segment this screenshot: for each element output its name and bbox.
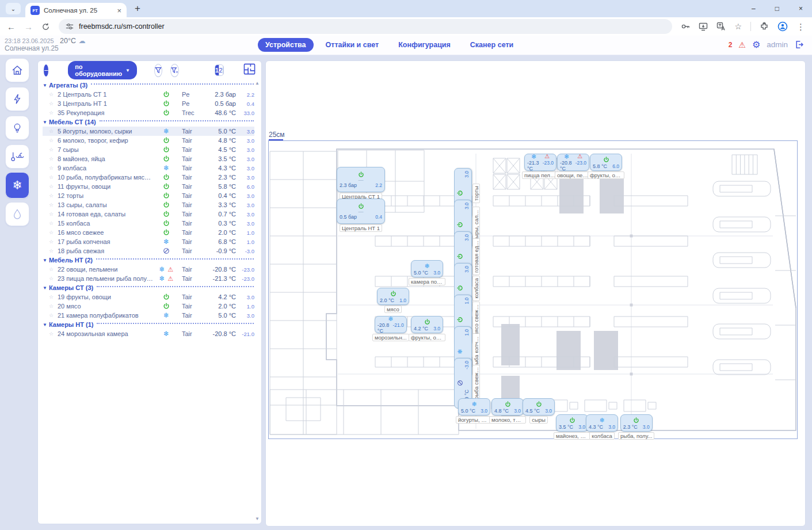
favorite-star-icon[interactable]: ☆ xyxy=(49,202,58,208)
plan-device-badge[interactable]: 2.0 °C1.0мясо xyxy=(377,288,409,313)
favorite-star-icon[interactable]: ☆ xyxy=(49,331,58,337)
install-app-icon[interactable] xyxy=(699,22,708,31)
alarm-warning-icon[interactable]: ⚠ xyxy=(738,40,746,49)
group-header[interactable]: ▼Агрегаты (3) xyxy=(43,81,254,90)
sidebar-item-home[interactable] xyxy=(5,58,29,82)
sidebar-item-light[interactable] xyxy=(5,116,29,140)
device-row[interactable]: ☆5 йогурты, молоко, сырки❄Tair5.0 °C3.0 xyxy=(43,127,254,136)
favorite-star-icon[interactable]: ☆ xyxy=(49,276,58,281)
new-tab-button[interactable]: + xyxy=(135,3,140,14)
device-row[interactable]: ☆15 колбасаTair0.3 °C3.0 xyxy=(43,219,254,228)
tab-defrost-light[interactable]: Оттайки и свет xyxy=(318,38,387,52)
username[interactable]: admin xyxy=(767,40,788,49)
device-row[interactable]: ☆9 колбаса❄Tair4.3 °C3.0 xyxy=(43,163,254,173)
profile-avatar[interactable] xyxy=(777,21,788,32)
plan-device-badge[interactable]: —0.5 бар0.4Централь НТ 1 xyxy=(337,199,385,232)
badge-body[interactable]: ❄-20.8 °C-21.0 xyxy=(375,316,407,333)
badge-body[interactable]: 5.8 °C6.0 xyxy=(590,154,622,171)
menu-kebab-icon[interactable]: ⋮ xyxy=(796,22,805,31)
tab-network-scanner[interactable]: Сканер сети xyxy=(463,38,521,52)
favorite-star-icon[interactable]: ☆ xyxy=(49,220,58,226)
plan-view-button[interactable] xyxy=(243,63,256,77)
url-bar[interactable]: freebmsdc.ru/sm-controller xyxy=(59,19,672,34)
favorite-star-icon[interactable]: ☆ xyxy=(49,147,58,152)
badge-body[interactable]: 2.3 °C3.0 xyxy=(620,414,653,432)
badge-body[interactable]: 4.8 °C3.0 xyxy=(491,398,524,415)
badge-body[interactable]: ❄5.0 °C3.0 xyxy=(458,398,490,415)
group-mode-dropdown[interactable]: по оборудованию ▼ xyxy=(68,61,137,79)
badge-body[interactable]: —0.5 бар0.4 xyxy=(337,199,385,224)
favorite-star-icon[interactable]: ☆ xyxy=(49,138,58,143)
favorite-star-icon[interactable]: ☆ xyxy=(49,230,58,235)
badge-body[interactable]: ❄4.3 °C3.0 xyxy=(586,414,618,432)
favorite-star-icon[interactable]: ☆ xyxy=(49,184,58,189)
device-row[interactable]: ☆7 сырыTair4.5 °C3.0 xyxy=(43,145,254,154)
device-row[interactable]: ☆35 РекуперацияTrec48.6 °C33.0 xyxy=(43,108,254,117)
device-row[interactable]: ☆16 мясо свежееTair2.0 °C1.0 xyxy=(43,228,254,237)
plan-device-badge[interactable]: 4.5 °C3.0сыры xyxy=(523,398,555,424)
favorite-star-icon[interactable]: ☆ xyxy=(49,294,58,300)
favorite-star-icon[interactable]: ☆ xyxy=(49,156,58,162)
favorite-star-icon[interactable]: ☆ xyxy=(49,303,58,309)
device-row[interactable]: ☆12 тортыTair0.4 °C3.0 xyxy=(43,191,254,200)
plan-device-badge[interactable]: 4.8 °C3.0молоко, тво... xyxy=(489,398,526,424)
back-button[interactable]: ← xyxy=(7,22,16,31)
window-minimize-button[interactable]: – xyxy=(752,5,756,13)
site-settings-icon[interactable] xyxy=(66,22,74,30)
badge-body[interactable]: 4.2 °C3.0 xyxy=(411,316,443,333)
badge-body[interactable]: ❄⚠-21.3 °C-23.0 xyxy=(524,154,556,171)
forward-button[interactable]: → xyxy=(24,22,33,31)
extensions-puzzle-icon[interactable] xyxy=(760,22,769,31)
favorite-star-icon[interactable]: ☆ xyxy=(49,248,58,254)
favorite-star-icon[interactable]: ☆ xyxy=(49,110,58,116)
device-row[interactable]: ☆24 морозильная камера❄Tair-20.8 °C-21.0 xyxy=(43,329,254,338)
favorite-star-icon[interactable]: ☆ xyxy=(49,174,58,180)
device-row[interactable]: ☆2 Централь СТ 1Pe2.3 бар2.2 xyxy=(43,90,254,99)
favorite-star-icon[interactable]: ☆ xyxy=(49,312,58,318)
group-header[interactable]: ▼Камеры НТ (1) xyxy=(43,320,254,329)
password-key-icon[interactable] xyxy=(681,22,690,31)
badge-body[interactable]: 3.5 °C3.0 xyxy=(556,414,588,432)
sidebar-item-refrigeration[interactable]: ❄ xyxy=(5,172,29,199)
device-row[interactable]: ☆3 Централь НТ 1Pe0.5 бар0.4 xyxy=(43,99,254,108)
favorite-star-icon[interactable]: ☆ xyxy=(49,165,58,171)
group-header[interactable]: ▼Мебель НТ (2) xyxy=(43,256,254,265)
window-close-button[interactable]: × xyxy=(799,5,803,13)
plan-device-badge[interactable]: ❄5.0 °C3.0камера пол... xyxy=(409,260,445,285)
group-header[interactable]: ▼Мебель СТ (14) xyxy=(43,117,254,127)
collapse-all-button[interactable]: − xyxy=(44,64,48,77)
device-row[interactable]: ☆6 молоко, творог, кефирTair4.8 °C3.0 xyxy=(43,136,254,145)
plan-device-badge[interactable]: ❄⚠-21.3 °C-23.0пицца пель... xyxy=(522,154,559,179)
device-row[interactable]: ☆23 пицца пельмени рыба полуфабрика...❄⚠… xyxy=(43,274,254,283)
favorite-star-icon[interactable]: ☆ xyxy=(49,91,58,97)
favorite-star-icon[interactable]: ☆ xyxy=(49,128,58,134)
badge-body[interactable]: 4.5 °C3.0 xyxy=(523,398,555,415)
plan-device-badge[interactable]: ❄-20.8 °C-21.0морозильн... xyxy=(372,316,409,341)
plan-device-badge[interactable]: 2.3 °C3.0рыба, полу... xyxy=(618,414,654,440)
filter-clear-button[interactable] xyxy=(170,64,179,77)
badge-body[interactable]: ❄⚠-20.8 °C-23.0 xyxy=(557,154,589,171)
bookmark-star-icon[interactable]: ☆ xyxy=(734,22,742,30)
sidebar-item-water[interactable] xyxy=(5,202,29,226)
favorite-star-icon[interactable]: ☆ xyxy=(49,211,58,217)
badge-body[interactable]: —2.3 бар2.2 xyxy=(337,167,385,192)
favorite-star-icon[interactable]: ☆ xyxy=(49,193,58,199)
plan-device-badge[interactable]: ❄5.0 °C3.0йогурты, мо... xyxy=(456,398,493,424)
settings-gear-icon[interactable]: ⚙ xyxy=(752,39,760,50)
device-row[interactable]: ☆20 мясоTair2.0 °C1.0 xyxy=(43,302,254,311)
window-maximize-button[interactable]: □ xyxy=(775,5,779,13)
device-row[interactable]: ☆18 рыба свежаяTair-0.9 °C-3.0 xyxy=(43,246,254,256)
logout-icon[interactable] xyxy=(794,40,804,49)
sidebar-item-power[interactable] xyxy=(5,87,29,111)
favorite-star-icon[interactable]: ☆ xyxy=(49,101,58,106)
tab-close-icon[interactable]: × xyxy=(117,6,121,15)
sidebar-item-climate[interactable] xyxy=(5,144,29,169)
group-header[interactable]: ▼Камеры СТ (3) xyxy=(43,283,254,292)
scroll-down-arrow[interactable]: ▼ xyxy=(255,516,260,521)
device-row[interactable]: ☆10 рыба, полуфабрикаты мясныеTair2.3 °C… xyxy=(43,173,254,182)
floorplan-canvas[interactable]: —2.3 бар2.2Централь СТ 1—0.5 бар0.4Центр… xyxy=(268,140,798,439)
favorite-star-icon[interactable]: ☆ xyxy=(49,266,58,272)
device-row[interactable]: ☆13 сыры, салатыTair3.3 °C3.0 xyxy=(43,200,254,209)
badge-body[interactable]: ❄5.0 °C3.0 xyxy=(411,260,443,277)
device-row[interactable]: ☆14 готовая еда, салатыTair0.7 °C3.0 xyxy=(43,209,254,219)
